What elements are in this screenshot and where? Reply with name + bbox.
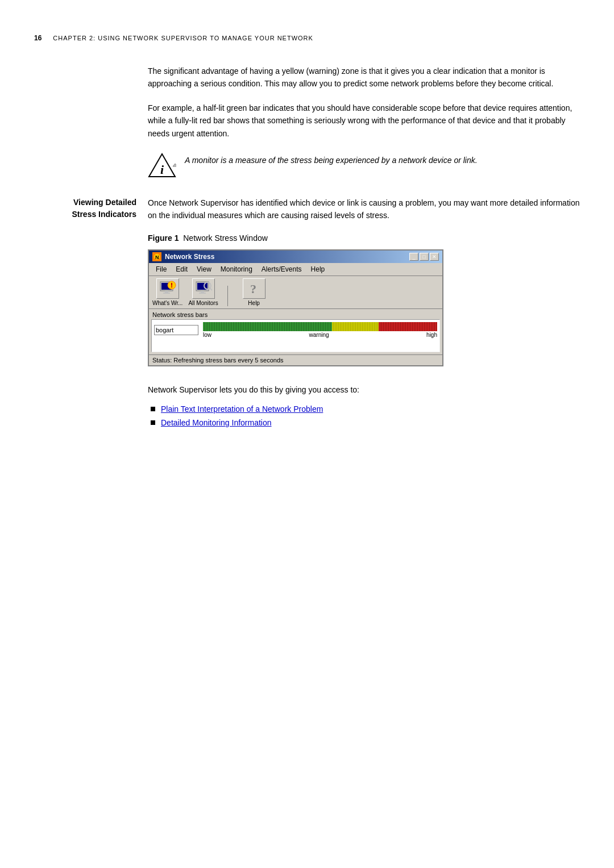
- all-monitors-button-group: All Monitors: [188, 278, 218, 306]
- bullet-list: Plain Text Interpretation of a Network P…: [148, 404, 580, 427]
- all-monitors-icon: [195, 281, 212, 297]
- link-detailed-monitoring[interactable]: Detailed Monitoring Information: [161, 418, 272, 427]
- paragraph-1: The significant advantage of having a ye…: [148, 65, 580, 90]
- help-icon: ?: [246, 281, 263, 297]
- svg-line-18: [210, 288, 212, 290]
- stress-bar: [203, 322, 437, 331]
- menu-monitoring[interactable]: Monitoring: [216, 264, 257, 274]
- stress-bars-label: Network stress bars: [149, 309, 442, 319]
- stress-bar-visualization: low warning high: [203, 322, 437, 338]
- window-icon: N: [152, 252, 161, 261]
- section-intro-text: Once Network Supervisor has identified w…: [148, 197, 580, 222]
- menu-view[interactable]: View: [192, 264, 216, 274]
- network-stress-window: N Network Stress _ □ ✕ File Edit View: [148, 249, 443, 366]
- all-monitors-label: All Monitors: [188, 300, 218, 306]
- toolbar-separator: [227, 286, 228, 306]
- section-main-content: Once Network Supervisor has identified w…: [148, 197, 580, 432]
- svg-text:N: N: [155, 254, 159, 260]
- link-plain-text[interactable]: Plain Text Interpretation of a Network P…: [161, 404, 323, 414]
- page: 16 Chapter 2: Using Network Supervisor t…: [0, 0, 614, 868]
- whats-wrong-label: What's Wr...: [152, 300, 182, 306]
- bar-red-segment: [379, 322, 437, 331]
- list-item-2: Detailed Monitoring Information: [151, 418, 580, 427]
- info-icon: i: [148, 151, 176, 180]
- help-label: Help: [248, 300, 260, 306]
- bullet-square-1: [151, 407, 155, 411]
- svg-rect-15: [201, 291, 204, 293]
- viewing-detailed-section: Viewing Detailed Stress Indicators Once …: [34, 197, 580, 432]
- svg-rect-8: [165, 291, 168, 293]
- svg-text:?: ?: [250, 282, 256, 296]
- empty-row: [154, 338, 437, 349]
- figure-label: Figure 1 Network Stress Window: [148, 233, 580, 243]
- bar-label-low: low: [203, 332, 211, 338]
- stress-bar-row: bogart low warning: [154, 322, 437, 338]
- window-title: N Network Stress: [152, 252, 214, 261]
- page-number: 16: [34, 34, 42, 42]
- help-button[interactable]: ?: [243, 278, 265, 299]
- menu-alerts-events[interactable]: Alerts/Events: [257, 264, 306, 274]
- sidebar-label: Viewing Detailed Stress Indicators: [34, 197, 148, 432]
- bar-green-segment: [203, 322, 332, 331]
- window-toolbar: What's Wr...: [149, 276, 442, 309]
- bar-label-warning: warning: [309, 332, 329, 338]
- bar-label-high: high: [426, 332, 437, 338]
- svg-text:i: i: [160, 162, 164, 177]
- window-titlebar: N Network Stress _ □ ✕: [149, 251, 442, 263]
- close-button[interactable]: ✕: [430, 253, 439, 261]
- window-status-bar: Status: Refreshing stress bars every 5 s…: [149, 354, 442, 365]
- svg-rect-9: [163, 293, 170, 294]
- svg-rect-11: [171, 283, 172, 286]
- paragraph-2: For example, a half-lit green bar indica…: [148, 102, 580, 140]
- window-menubar: File Edit View Monitoring Alerts/Events …: [149, 263, 442, 276]
- minimize-button[interactable]: _: [409, 253, 418, 261]
- info-note-text: A monitor is a measure of the stress bei…: [185, 151, 478, 166]
- menu-file[interactable]: File: [151, 264, 171, 274]
- whats-wrong-icon: [159, 281, 176, 297]
- whats-wrong-button-group: What's Wr...: [152, 278, 182, 306]
- device-name: bogart: [154, 325, 198, 335]
- all-monitors-button[interactable]: [192, 278, 215, 299]
- whats-wrong-button[interactable]: [156, 278, 179, 299]
- bullet-square-2: [151, 420, 155, 425]
- bar-yellow-segment: [332, 322, 379, 331]
- maximize-button[interactable]: □: [420, 253, 429, 261]
- chapter-title: Chapter 2: Using Network Supervisor to M…: [53, 35, 313, 41]
- menu-help[interactable]: Help: [306, 264, 330, 274]
- svg-rect-16: [199, 293, 206, 294]
- stress-bar-content: bogart low warning: [151, 319, 440, 352]
- after-figure-text: Network Supervisor lets you do this by g…: [148, 383, 580, 396]
- svg-marker-2: [173, 164, 176, 166]
- window-controls[interactable]: _ □ ✕: [409, 253, 439, 261]
- bar-sub-labels: low warning high: [203, 332, 437, 338]
- svg-rect-12: [171, 286, 172, 287]
- menu-edit[interactable]: Edit: [171, 264, 192, 274]
- info-box: i A monitor is a measure of the stress b…: [148, 151, 580, 180]
- help-button-group: ? Help: [243, 278, 265, 306]
- list-item-1: Plain Text Interpretation of a Network P…: [151, 404, 580, 414]
- page-header: 16 Chapter 2: Using Network Supervisor t…: [34, 34, 580, 42]
- sidebar-heading: Viewing Detailed Stress Indicators: [34, 197, 136, 220]
